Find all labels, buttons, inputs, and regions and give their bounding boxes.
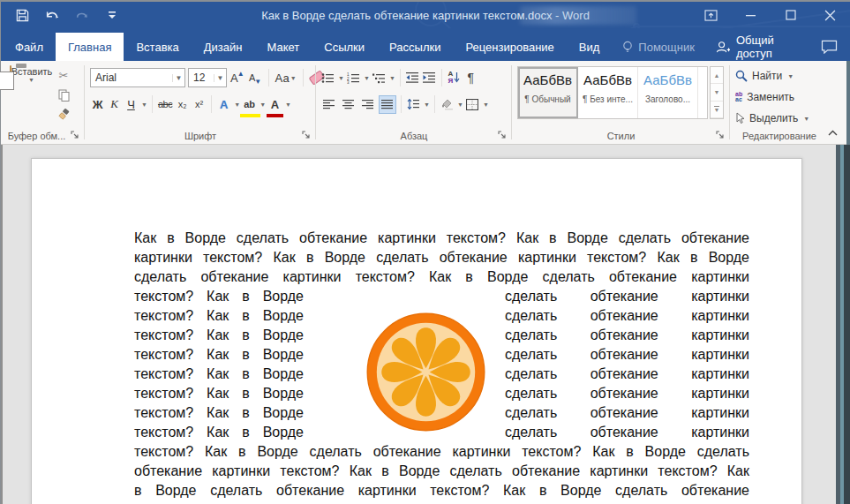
redo-icon[interactable] (73, 6, 91, 24)
document-page[interactable]: Как в Ворде сделать обтекание картинки т… (31, 158, 802, 504)
borders-icon[interactable] (465, 95, 480, 114)
change-case-button[interactable]: Аа▼ (275, 69, 297, 87)
shading-dropdown-arrow[interactable]: ▼ (457, 102, 463, 108)
blurred-account-area (520, 6, 636, 25)
show-marks-button[interactable]: ¶ (463, 69, 478, 87)
window-right-edge (846, 61, 850, 145)
tab-home[interactable]: Главная (56, 33, 124, 61)
replace-label: Заменить (747, 91, 794, 103)
align-right-icon[interactable] (359, 95, 377, 114)
text-line: в Ворде сделать обтекание картинки текст… (134, 481, 749, 500)
styles-more-icon[interactable]: ▼ (711, 102, 723, 118)
style-normal[interactable]: АаБбВв ¶ Обычный (518, 67, 578, 118)
tab-insert[interactable]: Вставка (124, 33, 191, 61)
text-effects-button[interactable]: А (216, 95, 231, 114)
line-spacing-dropdown-arrow[interactable]: ▼ (424, 102, 430, 108)
share-button[interactable]: Общий доступ (705, 33, 816, 61)
paragraph-group: ▼ 123 ▼ ▼ АЯ ¶ (316, 61, 512, 144)
font-size-dropdown-arrow[interactable]: ▼ (214, 74, 226, 82)
bullets-icon[interactable] (320, 69, 335, 87)
find-dropdown-arrow[interactable]: ▼ (787, 73, 794, 79)
bold-button[interactable]: Ж (90, 95, 105, 114)
line-spacing-icon[interactable] (406, 95, 421, 114)
justify-icon[interactable] (379, 95, 396, 114)
subscript-button[interactable]: x₂ (175, 95, 190, 114)
tab-review[interactable]: Рецензирование (453, 33, 566, 61)
strikethrough-button[interactable]: abc (157, 95, 173, 114)
tab-mailings[interactable]: Рассылки (377, 33, 453, 61)
italic-button[interactable]: К (107, 95, 122, 114)
align-left-icon[interactable] (320, 95, 338, 114)
superscript-button[interactable]: x² (192, 95, 207, 114)
clipboard-mini-buttons: ✂ (56, 68, 71, 122)
numbering-dropdown-arrow[interactable]: ▼ (364, 75, 370, 81)
select-button[interactable]: Выделить ▼ (735, 110, 809, 126)
tab-design[interactable]: Дизайн (192, 33, 255, 61)
numbering-icon[interactable]: 123 (346, 69, 361, 87)
font-size-combobox[interactable]: 12 ▼ (188, 68, 227, 87)
font-name-dropdown-arrow[interactable]: ▼ (172, 74, 184, 82)
word-window: Как в Ворде сделать обтекание картинки т… (0, 0, 850, 504)
grow-font-button[interactable]: А▲ (229, 69, 245, 87)
cut-icon[interactable]: ✂ (56, 68, 71, 83)
select-dropdown-arrow[interactable]: ▼ (803, 116, 809, 122)
font-name-value: Arial (95, 71, 117, 84)
font-color-dropdown-arrow[interactable]: ▼ (285, 102, 291, 108)
find-button[interactable]: Найти ▼ (735, 68, 809, 84)
font-color-button[interactable]: А (267, 95, 282, 114)
window-controls (691, 2, 850, 28)
tab-view[interactable]: Вид (567, 33, 613, 61)
text-effects-dropdown-arrow[interactable]: ▼ (234, 102, 240, 108)
search-icon (735, 70, 748, 82)
tab-references[interactable]: Ссылки (312, 33, 377, 61)
underline-button[interactable]: Ч (124, 95, 139, 114)
maximize-icon[interactable] (771, 2, 810, 28)
styles-scroll-down-icon[interactable]: ▼ (711, 84, 723, 101)
style-heading1[interactable]: АаБбВв Заголово... (638, 67, 698, 118)
shading-bucket-icon[interactable] (440, 95, 455, 114)
paragraph-dialog-launcher-icon[interactable] (497, 130, 508, 140)
tab-layout[interactable]: Макет (254, 33, 312, 61)
multilevel-dropdown-arrow[interactable]: ▼ (389, 75, 395, 81)
orange-slice-image[interactable] (364, 310, 488, 434)
multilevel-list-icon[interactable] (372, 69, 387, 87)
font-dialog-launcher-icon[interactable] (301, 130, 312, 140)
font-name-combobox[interactable]: Arial ▼ (90, 68, 185, 87)
decrease-indent-icon[interactable] (405, 69, 420, 87)
sort-icon[interactable]: АЯ (447, 69, 462, 87)
format-painter-icon[interactable] (56, 107, 71, 122)
editing-group: Найти ▼ abac Заменить Выделить ▼ Редакти… (730, 61, 829, 144)
window-left-edge (1, 145, 3, 504)
borders-dropdown-arrow[interactable]: ▼ (483, 102, 489, 108)
align-center-icon[interactable] (340, 95, 357, 114)
select-label: Выделить (749, 112, 798, 124)
tab-file[interactable]: Файл (3, 33, 56, 61)
paste-dropdown-arrow[interactable]: ▼ (9, 77, 54, 83)
clipboard-dialog-launcher-icon[interactable] (70, 130, 80, 140)
copy-icon[interactable] (56, 87, 71, 102)
assistant-button[interactable]: Помощник (612, 33, 705, 61)
customize-qat-icon[interactable] (103, 6, 121, 24)
text-line: картинки текстом? Как в Ворде сделать об… (134, 248, 749, 267)
paste-button[interactable]: Вставить ▼ (8, 66, 54, 83)
highlight-dropdown-arrow[interactable]: ▼ (260, 102, 266, 108)
bullets-dropdown-arrow[interactable]: ▼ (338, 75, 344, 81)
increase-indent-icon[interactable] (422, 69, 437, 87)
style-no-spacing[interactable]: АаБбВв ¶ Без инте... (578, 67, 638, 118)
replace-button[interactable]: abac Заменить (735, 89, 809, 105)
minimize-icon[interactable] (731, 2, 771, 28)
undo-icon[interactable] (43, 6, 61, 24)
quick-access-toolbar (1, 6, 121, 24)
save-icon[interactable] (13, 6, 31, 24)
close-icon[interactable] (810, 2, 850, 28)
find-label: Найти (752, 70, 782, 82)
styles-dialog-launcher-icon[interactable] (715, 130, 726, 140)
highlight-button[interactable]: ab (242, 95, 257, 114)
editing-group-label: Редактирование (730, 131, 829, 141)
underline-dropdown-arrow[interactable]: ▼ (141, 102, 147, 108)
shrink-font-button[interactable]: А▼ (248, 69, 263, 87)
styles-scroll-up-icon[interactable]: ▲ (711, 67, 723, 84)
ribbon-display-options-icon[interactable] (691, 2, 731, 28)
collapse-ribbon-icon[interactable] (825, 126, 839, 139)
comment-icon[interactable] (816, 33, 850, 61)
